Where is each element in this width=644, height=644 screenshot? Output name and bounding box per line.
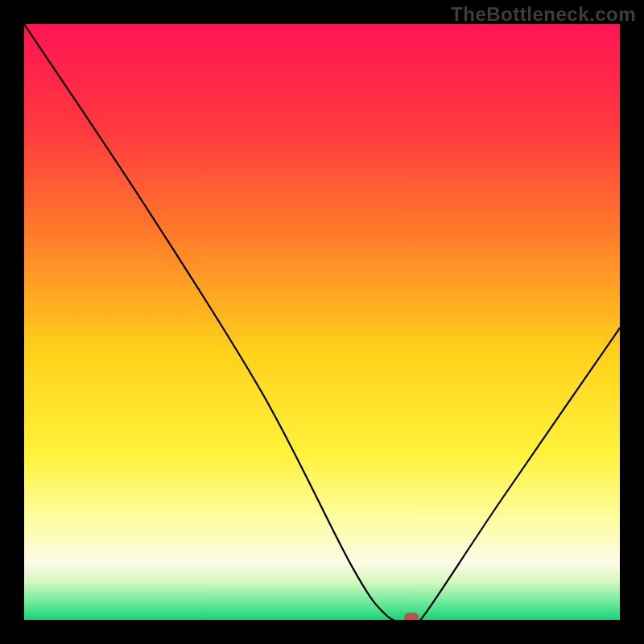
- gradient-background: [24, 24, 620, 620]
- optimal-point-marker: [404, 613, 419, 620]
- plot-area: [24, 24, 620, 620]
- watermark-text: TheBottleneck.com: [451, 3, 636, 26]
- chart-frame: TheBottleneck.com: [0, 0, 644, 644]
- plot-svg: [24, 24, 620, 620]
